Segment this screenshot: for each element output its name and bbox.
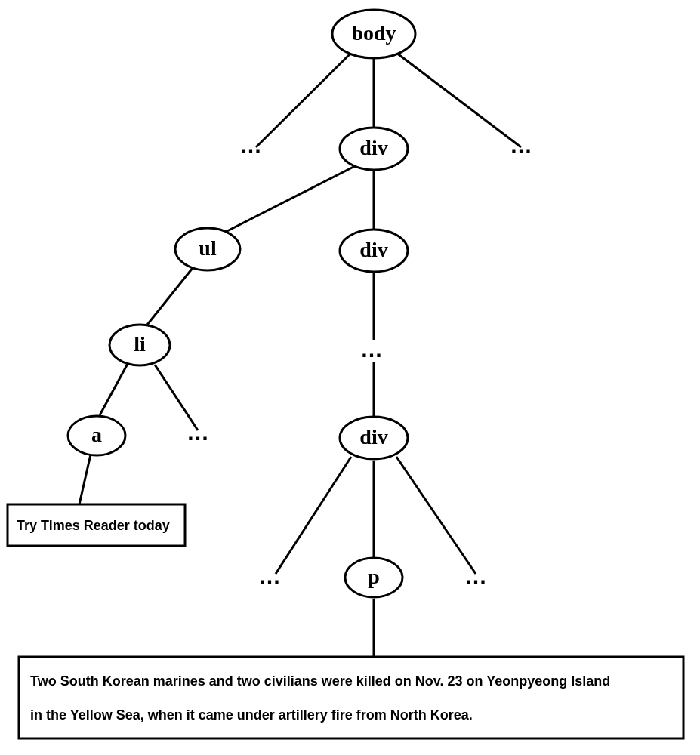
node-body: body [332,10,415,58]
paragraph-text-box: Two South Korean marines and two civilia… [19,657,683,738]
node-div-3: div [340,417,408,459]
svg-line-2 [396,53,521,147]
svg-line-8 [79,455,91,504]
node-div-1: div [340,128,408,170]
node-p: p [345,558,402,597]
svg-line-3 [221,166,355,234]
node-li: li [109,325,170,365]
svg-line-13 [396,457,476,574]
node-div-3-label: div [359,425,387,448]
link-text: Try Times Reader today [17,518,170,533]
dom-tree-diagram: … … … … … … body div ul div li a div p [0,0,700,755]
link-text-box: Try Times Reader today [8,504,185,546]
svg-line-0 [256,53,351,147]
node-ul-label: ul [199,236,217,260]
node-div-2: div [340,230,408,272]
ellipsis-div2-child: … [360,337,387,362]
ellipsis-body-left: … [239,133,267,158]
ellipsis-div3-left: … [258,563,285,588]
svg-line-5 [147,268,193,325]
node-ul: ul [175,228,240,270]
ellipsis-div3-right: … [464,563,492,588]
paragraph-line-1: Two South Korean marines and two civilia… [30,673,610,689]
ellipsis-li-right: … [187,420,214,445]
node-body-label: body [351,21,396,45]
node-div-1-label: div [359,136,387,159]
node-a-label: a [91,423,102,446]
svg-line-11 [276,457,351,574]
svg-rect-24 [19,657,683,738]
svg-line-6 [100,362,128,415]
ellipsis-body-right: … [510,133,537,158]
paragraph-line-2: in the Yellow Sea, when it came under ar… [30,707,473,723]
node-a: a [68,416,125,455]
node-p-label: p [368,565,380,588]
node-div-2-label: div [359,238,387,261]
node-li-label: li [134,332,146,356]
